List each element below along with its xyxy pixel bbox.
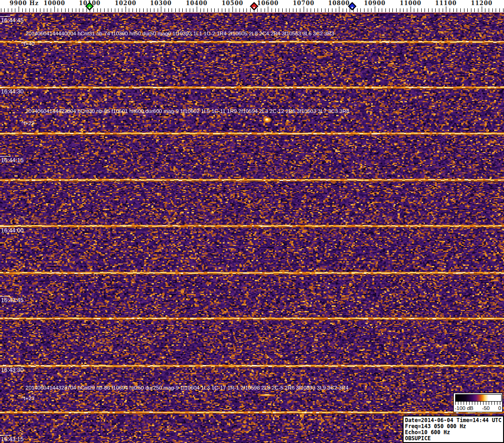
ruler-tick: [279, 8, 279, 12]
ruler-tick: [464, 8, 464, 12]
ruler-tick: [4, 8, 5, 12]
ruler-tick: [182, 8, 183, 12]
ruler-tick: [172, 8, 172, 12]
ruler-tick: [150, 8, 151, 12]
detection-annotation-2: 20140604144422804 hCnt30 nb-85 f10601 hi…: [26, 108, 349, 114]
ruler-tick: [179, 8, 179, 12]
green-diamond-marker-fill: [86, 3, 93, 9]
ruler-tick: [339, 7, 339, 12]
ruler-tick: [496, 8, 496, 12]
ruler-tick: [424, 8, 425, 12]
detection-annotation-3: 20140604144323704 hCnt29 nb-86 f10604 hi…: [26, 385, 348, 390]
time-tick: [0, 226, 10, 227]
ruler-label-10000: 10000: [44, 0, 66, 7]
ruler-tick: [133, 8, 133, 12]
ruler-tick: [471, 8, 471, 12]
ruler-tick: [400, 8, 400, 12]
time-tick: [0, 16, 10, 17]
ruler-tick: [474, 8, 475, 12]
ruler-label-10400: 10400: [186, 0, 208, 7]
ruler-tick: [129, 8, 129, 12]
ruler-tick: [207, 8, 208, 12]
status-date-time: Date=2014-06-04 Time=14:44 UTC: [405, 417, 502, 423]
ruler-tick: [360, 8, 361, 12]
ruler-tick: [175, 8, 176, 12]
ruler-tick: [392, 8, 393, 12]
ruler-tick: [15, 8, 15, 12]
ruler-tick: [407, 8, 407, 12]
ruler-tick: [26, 8, 26, 12]
ruler-label-10200: 10200: [115, 0, 137, 7]
ruler-tick: [371, 8, 371, 12]
ruler-tick: [382, 8, 382, 12]
ruler-tick: [443, 8, 443, 12]
ruler-tick: [435, 8, 436, 12]
ruler-tick: [211, 8, 212, 12]
colorbar-label-mid: -50: [482, 405, 490, 412]
ruler-tick: [61, 8, 62, 12]
ruler-label-11000: 11000: [400, 0, 422, 7]
status-freq: Freq=143 050 000 Hz: [405, 423, 466, 430]
ruler-tick: [457, 8, 457, 12]
ruler-tick: [428, 8, 429, 12]
ruler-tick: [108, 8, 108, 12]
ruler-tick: [311, 8, 311, 12]
ruler-tick: [499, 8, 500, 12]
colorbar-legend: -100 dB -50 0: [453, 393, 503, 412]
ruler-tick: [65, 8, 66, 12]
colorbar-label-min: -100 dB: [455, 405, 473, 412]
ruler-tick: [460, 8, 461, 12]
ruler-tick: [29, 8, 30, 12]
ruler-tick: [300, 8, 300, 12]
ruler-label-10500: 10500: [222, 0, 244, 7]
ruler-tick: [68, 8, 69, 12]
ruler-tick: [421, 8, 422, 12]
ruler-tick: [229, 8, 229, 12]
ruler-tick: [492, 8, 493, 12]
ruler-tick: [261, 8, 261, 12]
time-label: 16:44:30: [1, 88, 24, 95]
ruler-tick: [204, 8, 204, 12]
ruler-tick: [186, 8, 186, 12]
ruler-tick: [293, 8, 293, 12]
ruler-tick: [272, 8, 272, 12]
ruler-tick: [350, 8, 350, 12]
time-label: 16:44:00: [1, 227, 24, 234]
ruler-tick: [453, 8, 454, 12]
red-diamond-marker-fill: [251, 3, 257, 9]
ruler-tick: [343, 8, 343, 12]
ruler-tick: [482, 7, 482, 12]
spectrogram-canvas: [0, 13, 504, 443]
ruler-tick: [118, 8, 119, 12]
ruler-tick: [44, 8, 44, 12]
ruler-tick: [375, 7, 375, 12]
ruler-tick: [325, 8, 325, 12]
ruler-tick: [86, 8, 87, 12]
ruler-tick: [282, 8, 283, 12]
time-tick: [0, 435, 10, 436]
ruler-tick: [12, 8, 12, 12]
red-diamond-marker-core: [253, 7, 255, 8]
ruler-tick: [385, 8, 386, 12]
ruler-tick: [93, 8, 94, 12]
ruler-tick: [411, 7, 411, 12]
ruler-label-10600: 10600: [257, 0, 279, 7]
ruler-tick: [126, 7, 126, 12]
ruler-tick: [450, 8, 450, 12]
ruler-tick: [200, 8, 201, 12]
ruler-tick: [439, 8, 439, 12]
ruler-tick: [239, 8, 240, 12]
ruler-tick: [478, 8, 478, 12]
blue-diamond-marker-fill: [349, 3, 355, 9]
ruler-tick: [250, 8, 251, 12]
ruler-tick: [158, 8, 158, 12]
ruler-tick: [485, 8, 485, 12]
detection-time-mark-2: ^t+22: [21, 120, 34, 126]
ruler-label-11200: 11200: [471, 0, 493, 7]
ruler-tick: [54, 7, 55, 12]
ruler-tick: [193, 8, 193, 12]
ruler-tick: [232, 7, 233, 12]
ruler-tick: [79, 8, 80, 12]
ruler-label-10800: 10800: [328, 0, 350, 7]
ruler-tick: [432, 8, 432, 12]
